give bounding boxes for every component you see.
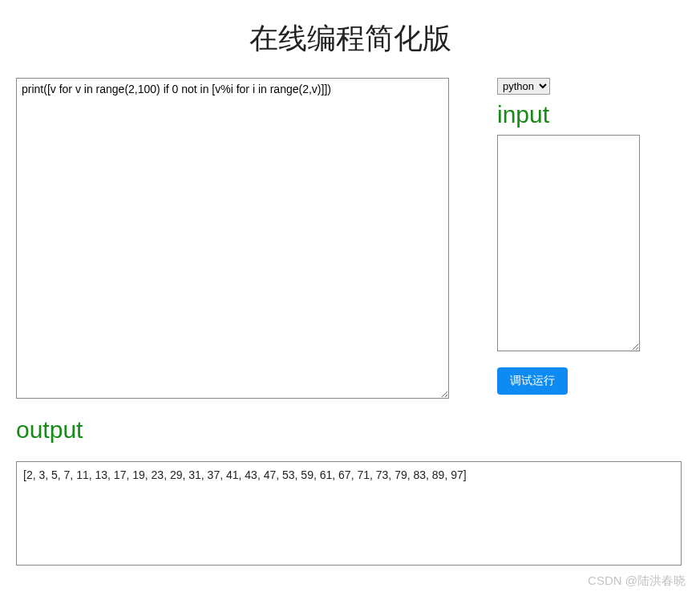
page-title: 在线编程简化版 [16, 19, 684, 59]
output-box: [2, 3, 5, 7, 11, 13, 17, 19, 23, 29, 31,… [16, 461, 682, 566]
language-select[interactable]: python [497, 78, 550, 95]
main-row: print([v for v in range(2,100) if 0 not … [16, 78, 684, 402]
left-column: print([v for v in range(2,100) if 0 not … [16, 78, 449, 402]
stdin-input[interactable] [497, 135, 640, 351]
output-heading: output [16, 416, 684, 444]
input-heading: input [497, 101, 684, 128]
watermark: CSDN @陆洪春晓 [588, 574, 686, 582]
code-editor[interactable]: print([v for v in range(2,100) if 0 not … [16, 78, 449, 399]
run-button[interactable]: 调试运行 [497, 367, 568, 395]
right-column: python input 调试运行 [497, 78, 684, 395]
